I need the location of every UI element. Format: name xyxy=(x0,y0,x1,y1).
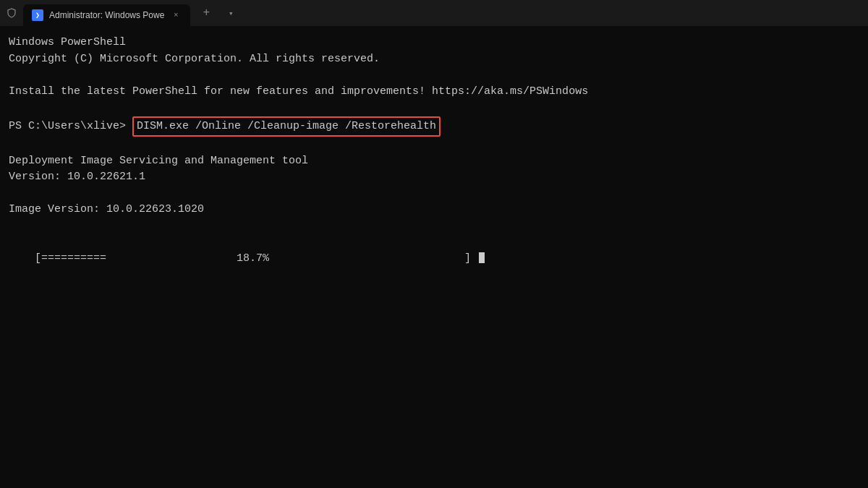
terminal-line-3-empty xyxy=(9,67,859,84)
terminal-line-5-empty xyxy=(9,100,859,116)
terminal-line-10-empty xyxy=(9,186,859,202)
prompt-text: PS C:\Users\xlive> xyxy=(9,119,132,135)
progress-bar-text: [========== 18.7% ] xyxy=(35,252,477,265)
terminal-line-4: Install the latest PowerShell for new fe… xyxy=(9,84,859,100)
active-tab[interactable]: ❯ Administrator: Windows Powe × xyxy=(23,4,190,26)
terminal-prompt-line: PS C:\Users\xlive> DISM.exe /Online /Cle… xyxy=(9,116,859,137)
terminal-line-9: Version: 10.0.22621.1 xyxy=(9,169,859,186)
powershell-tab-icon: ❯ xyxy=(32,9,43,21)
terminal-line-12-empty xyxy=(9,218,859,235)
terminal-line-11: Image Version: 10.0.22623.1020 xyxy=(9,202,859,218)
command-text: DISM.exe /Online /Cleanup-image /Restore… xyxy=(132,116,441,137)
terminal-line-7-empty xyxy=(9,137,859,153)
titlebar: ❯ Administrator: Windows Powe × + ▾ xyxy=(0,0,868,26)
new-tab-button[interactable]: + xyxy=(196,3,216,23)
shield-icon xyxy=(6,7,17,19)
terminal-line-8: Deployment Image Servicing and Managemen… xyxy=(9,153,859,170)
terminal-line-2: Copyright (C) Microsoft Corporation. All… xyxy=(9,51,859,68)
tabs-dropdown-button[interactable]: ▾ xyxy=(222,4,239,22)
terminal-progress-line: [========== 18.7% ] xyxy=(9,234,859,283)
terminal-body: Windows PowerShell Copyright (C) Microso… xyxy=(0,26,868,488)
terminal-cursor xyxy=(479,252,485,263)
terminal-line-1: Windows PowerShell xyxy=(9,35,859,51)
tab-close-button[interactable]: × xyxy=(170,9,182,21)
tab-title-text: Administrator: Windows Powe xyxy=(49,10,164,20)
